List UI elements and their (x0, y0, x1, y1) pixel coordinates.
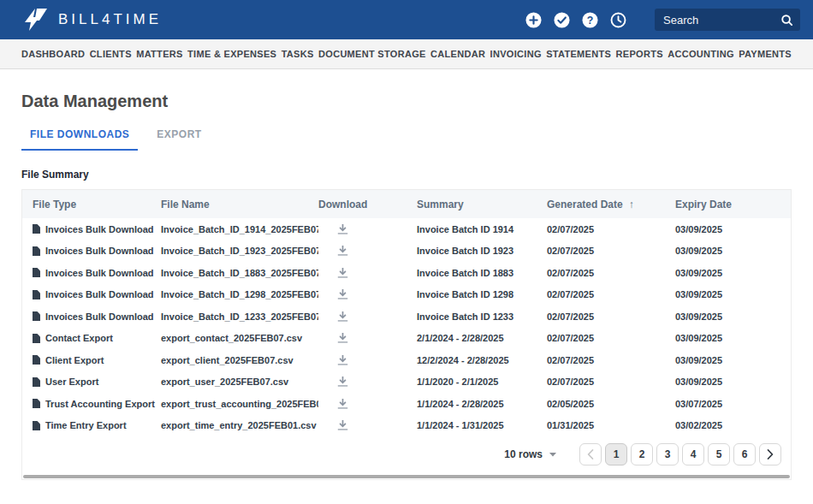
page-button-6[interactable]: 6 (733, 443, 756, 465)
prev-page-button[interactable] (579, 443, 602, 465)
file-name: export_trust_accounting_2025FEB05.csv (161, 399, 318, 409)
nav-item-clients[interactable]: CLIENTS (90, 49, 132, 59)
table-row: Invoices Bulk Download Invoice_Batch_ID_… (22, 284, 791, 306)
tab-export[interactable]: EXPORT (148, 128, 210, 151)
nav-item-calendar[interactable]: CALENDAR (430, 49, 485, 59)
tasks-check-icon[interactable] (554, 12, 570, 28)
expiry-date: 03/09/2025 (675, 355, 722, 365)
page-button-2[interactable]: 2 (631, 443, 653, 465)
file-icon (33, 268, 40, 277)
col-header-file-name[interactable]: File Name (161, 199, 318, 210)
expiry-date: 03/07/2025 (675, 399, 722, 409)
summary: 1/1/2024 - 1/31/2025 (417, 420, 504, 430)
col-header-generated-date[interactable]: Generated Date ↑ (547, 199, 675, 210)
nav-item-payments[interactable]: PAYMENTS (739, 49, 792, 59)
summary: 12/2/2024 - 2/28/2025 (417, 355, 509, 365)
table-row: Invoices Bulk Download Invoice_Batch_ID_… (22, 305, 791, 328)
help-icon[interactable]: ? (582, 12, 598, 28)
file-icon (33, 290, 40, 299)
file-icon (33, 334, 40, 343)
download-icon[interactable] (337, 223, 348, 235)
expiry-date: 03/09/2025 (675, 311, 722, 322)
search-input[interactable] (663, 14, 780, 27)
summary: Invoice Batch ID 1233 (417, 311, 513, 322)
file-name: Invoice_Batch_ID_1883_2025FEB07.zip (161, 268, 318, 278)
download-icon[interactable] (337, 311, 348, 323)
tab-file-downloads[interactable]: FILE DOWNLOADS (21, 128, 138, 151)
download-icon[interactable] (337, 332, 348, 344)
history-clock-icon[interactable] (610, 12, 626, 28)
search-box[interactable] (655, 9, 800, 31)
page-button-4[interactable]: 4 (682, 443, 704, 465)
page-button-3[interactable]: 3 (656, 443, 679, 465)
file-summary-table: File Type File Name Download Summary Gen… (21, 189, 792, 480)
content: Data Management FILE DOWNLOADS EXPORT Fi… (0, 92, 813, 480)
download-icon[interactable] (337, 288, 348, 300)
rows-per-page-select[interactable]: 10 rows (504, 448, 557, 460)
nav-item-time-expenses[interactable]: TIME & EXPENSES (187, 49, 276, 59)
page-button-5[interactable]: 5 (708, 443, 730, 465)
table-body: Invoices Bulk Download Invoice_Batch_ID_… (22, 218, 791, 436)
expiry-date: 03/02/2025 (675, 420, 722, 430)
file-icon (33, 311, 40, 321)
brand-name: BILL4TIME (58, 11, 162, 28)
nav-item-matters[interactable]: MATTERS (136, 49, 182, 59)
generated-date: 02/07/2025 (547, 289, 594, 299)
nav-item-accounting[interactable]: ACCOUNTING (668, 49, 734, 59)
chevron-left-icon (587, 449, 594, 460)
file-name: export_time_entry_2025FEB01.csv (161, 420, 317, 430)
page-button-1[interactable]: 1 (605, 443, 627, 465)
brand[interactable]: BILL4TIME (24, 9, 162, 31)
summary: 1/1/2020 - 2/1/2025 (417, 377, 498, 387)
download-icon[interactable] (337, 419, 348, 431)
file-type: Contact Export (45, 333, 113, 343)
file-name: Invoice_Batch_ID_1233_2025FEB07.zip (161, 311, 318, 322)
expiry-date: 03/09/2025 (675, 289, 722, 299)
table-row: Invoices Bulk Download Invoice_Batch_ID_… (22, 262, 791, 284)
expiry-date: 03/09/2025 (675, 268, 722, 278)
col-header-summary[interactable]: Summary (417, 199, 547, 210)
nav-item-statements[interactable]: STATEMENTS (546, 49, 611, 59)
summary: Invoice Batch ID 1883 (417, 268, 513, 278)
file-type: User Export (45, 377, 98, 387)
main-nav: DASHBOARDCLIENTSMATTERSTIME & EXPENSESTA… (0, 39, 813, 69)
file-icon (33, 355, 40, 365)
nav-item-dashboard[interactable]: DASHBOARD (21, 49, 85, 59)
chevron-right-icon (767, 449, 774, 460)
col-header-expiry-date[interactable]: Expiry Date (675, 199, 791, 210)
add-icon[interactable] (525, 12, 542, 28)
col-header-download[interactable]: Download (318, 199, 417, 210)
download-icon[interactable] (337, 267, 348, 279)
file-type: Invoices Bulk Download (45, 268, 154, 278)
summary: Invoice Batch ID 1298 (417, 289, 513, 299)
download-icon[interactable] (337, 245, 348, 257)
nav-item-invoicing[interactable]: INVOICING (490, 49, 542, 59)
summary: 2/1/2024 - 2/28/2025 (417, 333, 504, 343)
generated-date: 02/05/2025 (547, 399, 594, 409)
generated-date: 02/07/2025 (547, 246, 594, 256)
file-name: export_client_2025FEB07.csv (161, 355, 294, 365)
sort-asc-icon[interactable]: ↑ (629, 199, 634, 210)
topbar-icons: ? (525, 12, 626, 28)
bill4time-logo-icon (24, 9, 48, 31)
download-icon[interactable] (337, 398, 348, 410)
caret-down-icon (549, 452, 557, 458)
file-type: Client Export (45, 355, 104, 365)
table-row: Trust Accounting Export export_trust_acc… (22, 393, 791, 415)
generated-date: 02/07/2025 (547, 268, 594, 278)
horizontal-scrollbar[interactable] (23, 475, 790, 478)
search-icon[interactable] (780, 14, 793, 27)
pagination: 10 rows 123456 (22, 436, 791, 473)
nav-item-reports[interactable]: REPORTS (616, 49, 663, 59)
download-icon[interactable] (337, 354, 348, 366)
col-header-file-type[interactable]: File Type (33, 199, 161, 210)
file-type: Invoices Bulk Download (45, 311, 154, 322)
page-title: Data Management (21, 92, 792, 111)
nav-item-document-storage[interactable]: DOCUMENT STORAGE (318, 49, 426, 59)
nav-item-tasks[interactable]: TASKS (282, 49, 314, 59)
file-type: Invoices Bulk Download (45, 246, 154, 256)
table-row: Invoices Bulk Download Invoice_Batch_ID_… (22, 240, 791, 263)
generated-date: 01/31/2025 (547, 420, 594, 430)
next-page-button[interactable] (759, 443, 781, 465)
download-icon[interactable] (337, 376, 348, 388)
